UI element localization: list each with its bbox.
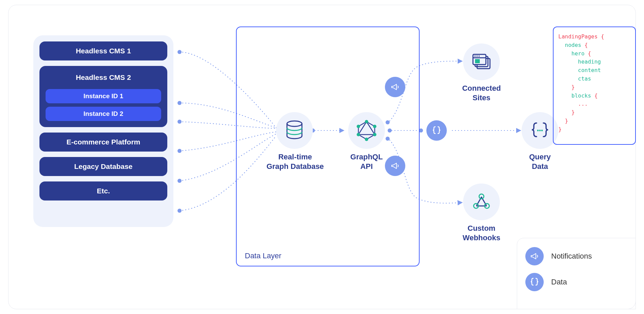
source-instance-2: Instance ID 2 bbox=[46, 107, 161, 121]
source-instance-1: Instance ID 1 bbox=[46, 89, 161, 103]
data-layer-panel: Data Layer bbox=[236, 27, 420, 266]
legend: Notifications Data bbox=[517, 238, 636, 309]
svg-point-27 bbox=[539, 130, 541, 132]
graphql-label: GraphQL API bbox=[346, 152, 387, 171]
svg-point-26 bbox=[537, 130, 539, 132]
svg-point-11 bbox=[287, 121, 302, 126]
query-data-label-line1: Query bbox=[529, 153, 551, 161]
database-label-line2: Graph Database bbox=[267, 162, 324, 171]
svg-point-12 bbox=[365, 120, 368, 123]
svg-rect-25 bbox=[475, 59, 480, 63]
megaphone-icon bbox=[525, 247, 544, 265]
source-ecommerce: E-commerce Platform bbox=[39, 133, 167, 152]
legend-row-data: Data bbox=[525, 273, 627, 291]
database-label: Real-time Graph Database bbox=[261, 152, 329, 171]
megaphone-icon bbox=[390, 161, 400, 171]
legend-label-notifications: Notifications bbox=[551, 252, 592, 261]
data-badge-mid bbox=[426, 120, 447, 141]
svg-point-23 bbox=[476, 55, 478, 57]
svg-point-28 bbox=[541, 130, 543, 132]
custom-webhooks-node bbox=[463, 184, 500, 220]
svg-point-24 bbox=[478, 55, 480, 57]
database-node bbox=[276, 112, 313, 149]
connected-sites-label-line1: Connected bbox=[462, 84, 501, 92]
data-layer-label: Data Layer bbox=[245, 251, 282, 260]
notification-badge-bottom bbox=[385, 156, 405, 176]
connected-sites-label: Connected Sites bbox=[458, 84, 505, 102]
graphql-icon bbox=[356, 120, 377, 141]
database-label-line1: Real-time bbox=[278, 153, 312, 161]
svg-point-22 bbox=[474, 55, 476, 57]
braces-icon bbox=[525, 273, 544, 291]
browser-windows-icon bbox=[471, 52, 492, 71]
source-etc: Etc. bbox=[39, 181, 167, 200]
query-data-label-line2: Data bbox=[532, 162, 548, 171]
source-legacy-db: Legacy Database bbox=[39, 157, 167, 176]
custom-webhooks-label-line2: Webhooks bbox=[463, 233, 501, 242]
svg-point-17 bbox=[357, 125, 360, 128]
svg-point-16 bbox=[357, 133, 360, 136]
graphql-label-line1: GraphQL bbox=[350, 153, 383, 161]
query-data-label: Query Data bbox=[520, 152, 560, 171]
svg-point-13 bbox=[373, 125, 376, 128]
braces-icon bbox=[431, 125, 442, 136]
legend-row-notifications: Notifications bbox=[525, 247, 627, 265]
custom-webhooks-label: Custom Webhooks bbox=[458, 224, 505, 242]
database-icon bbox=[285, 120, 304, 141]
braces-dots-icon bbox=[529, 121, 551, 140]
connected-sites-node bbox=[463, 43, 500, 80]
source-headless-cms-1: Headless CMS 1 bbox=[39, 41, 167, 60]
svg-point-14 bbox=[373, 133, 376, 136]
graphql-label-line2: API bbox=[360, 162, 373, 171]
svg-point-15 bbox=[365, 138, 368, 141]
legend-label-data: Data bbox=[551, 278, 567, 286]
connected-sites-label-line2: Sites bbox=[473, 93, 491, 102]
source-headless-cms-2-title: Headless CMS 2 bbox=[46, 71, 161, 86]
source-headless-cms-2-group: Headless CMS 2 Instance ID 1 Instance ID… bbox=[39, 66, 167, 127]
custom-webhooks-label-line1: Custom bbox=[468, 224, 495, 232]
notification-badge-top bbox=[385, 77, 405, 97]
sources-panel: Headless CMS 1 Headless CMS 2 Instance I… bbox=[33, 35, 173, 227]
code-example: LandingPages { nodes { hero { heading co… bbox=[553, 27, 636, 145]
webhook-icon bbox=[471, 192, 492, 211]
graphql-node bbox=[348, 112, 385, 149]
megaphone-icon bbox=[390, 82, 400, 92]
